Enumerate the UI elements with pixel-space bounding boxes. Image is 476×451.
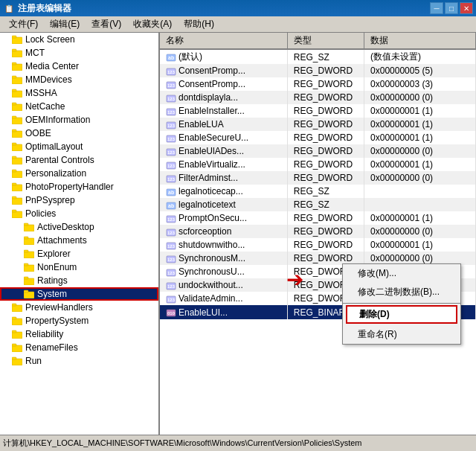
table-row[interactable]: 123ConsentPromp...REG_DWORD0x00000003 (3…	[160, 77, 476, 91]
table-row[interactable]: ablegalnoticetextREG_SZ	[160, 198, 476, 211]
context-menu-item[interactable]: 修改二进制数据(B)...	[343, 283, 460, 301]
tree-item[interactable]: OOBE	[0, 127, 158, 140]
cell-name: 123SynchronousU...	[160, 265, 287, 278]
table-row[interactable]: 123EnableInstaller...REG_DWORD0x00000001…	[160, 104, 476, 118]
folder-icon	[12, 74, 24, 85]
minimize-button[interactable]: ─	[430, 2, 443, 14]
menu-edit[interactable]: 编辑(E)	[44, 16, 86, 32]
table-row[interactable]: 123EnableLUAREG_DWORD0x00000001 (1)	[160, 118, 476, 131]
table-row[interactable]: ab(默认)REG_SZ(数值未设置)	[160, 49, 476, 64]
tree-item[interactable]: RenameFiles	[0, 341, 158, 354]
cell-data: 0x00000001 (1)	[364, 131, 476, 144]
folder-icon	[24, 222, 36, 232]
svg-text:123: 123	[167, 217, 176, 222]
table-row[interactable]: 123FilterAdminst...REG_DWORD0x00000000 (…	[160, 171, 476, 185]
maximize-button[interactable]: □	[445, 2, 458, 14]
tree-item[interactable]: PnPSysprep	[0, 193, 158, 207]
svg-rect-47	[12, 344, 16, 346]
close-button[interactable]: ✕	[460, 2, 473, 14]
tree-item[interactable]: Run	[0, 354, 158, 368]
cell-name: 123shutdownwitho...	[160, 238, 287, 252]
app-icon: 📋	[3, 2, 15, 14]
context-menu-delete[interactable]: 删除(D)	[346, 305, 457, 324]
table-row[interactable]: 123ConsentPromp...REG_DWORD0x00000005 (5…	[160, 64, 476, 77]
svg-text:123: 123	[167, 164, 176, 168]
svg-rect-40	[12, 305, 22, 312]
svg-rect-45	[12, 330, 16, 333]
tree-item-label: Lock Screen	[25, 34, 75, 45]
folder-icon	[24, 289, 36, 299]
menu-help[interactable]: 帮助(H)	[178, 16, 220, 32]
table-row[interactable]: 123EnableVirtualiz...REG_DWORD0x00000001…	[160, 158, 476, 171]
tree-item-label: PreviewHandlers	[25, 302, 93, 313]
tree-item[interactable]: Parental Controls	[0, 153, 158, 167]
context-menu-item[interactable]: 重命名(R)	[343, 325, 460, 344]
svg-rect-37	[24, 277, 28, 279]
table-row[interactable]: 123scforceoptionREG_DWORD0x00000000 (0)	[160, 225, 476, 238]
context-menu-item[interactable]: 修改(M)...	[343, 264, 460, 283]
cell-name: 123SynchronousM...	[160, 252, 287, 265]
cell-type: REG_DWORD	[287, 238, 364, 252]
tree-item[interactable]: OEMInformation	[0, 113, 158, 127]
menu-view[interactable]: 查看(V)	[86, 16, 127, 32]
folder-icon	[12, 34, 24, 45]
reg-dword-icon: 123	[166, 228, 176, 237]
svg-rect-5	[12, 63, 16, 65]
cell-type: REG_DWORD	[287, 211, 364, 225]
tree-panel[interactable]: Lock Screen MCT Media Center MMDevices M…	[0, 33, 160, 435]
svg-text:123: 123	[167, 298, 176, 302]
tree-item[interactable]: NonEnum	[0, 260, 158, 274]
tree-item[interactable]: Ratings	[0, 274, 158, 287]
folder-icon	[12, 356, 24, 366]
cell-type: REG_DWORD	[287, 158, 364, 171]
col-type: 类型	[287, 33, 364, 49]
svg-rect-14	[12, 131, 22, 138]
tree-item[interactable]: PropertySystem	[0, 314, 158, 327]
table-row[interactable]: 123dontdisplayla...REG_DWORD0x00000000 (…	[160, 91, 476, 104]
tree-item[interactable]: NetCache	[0, 100, 158, 113]
tree-item[interactable]: OptimalLayout	[0, 140, 158, 153]
cell-name: 123EnableSecureU...	[160, 131, 287, 144]
table-row[interactable]: 123EnableSecureU...REG_DWORD0x00000001 (…	[160, 131, 476, 144]
tree-item[interactable]: Attachments	[0, 234, 158, 247]
svg-rect-27	[12, 210, 16, 212]
table-row[interactable]: 123PromptOnSecu...REG_DWORD0x00000001 (1…	[160, 211, 476, 225]
table-row[interactable]: ablegalnoticecap...REG_SZ	[160, 185, 476, 198]
table-row[interactable]: 123EnableUlADes...REG_DWORD0x00000000 (0…	[160, 144, 476, 158]
tree-item[interactable]: PreviewHandlers	[0, 301, 158, 314]
reg-dword-icon: 123	[166, 241, 176, 250]
tree-item-label: NonEnum	[37, 262, 77, 272]
svg-rect-20	[12, 171, 22, 178]
menu-file[interactable]: 文件(F)	[3, 16, 44, 32]
reg-sz-icon: ab	[166, 53, 176, 62]
tree-item[interactable]: Lock Screen	[0, 33, 158, 46]
tree-item-label: OEMInformation	[25, 115, 90, 125]
cell-type: REG_DWORD	[287, 171, 364, 185]
reg-dword-icon: 123	[166, 107, 176, 116]
main-container: Lock Screen MCT Media Center MMDevices M…	[0, 33, 476, 435]
svg-rect-34	[24, 265, 34, 272]
svg-text:123: 123	[167, 177, 176, 182]
tree-item[interactable]: ActiveDesktop	[0, 220, 158, 234]
tree-item[interactable]: PhotoPropertyHandler	[0, 180, 158, 193]
tree-item[interactable]: Personalization	[0, 167, 158, 180]
tree-item[interactable]: MCT	[0, 46, 158, 60]
svg-rect-21	[12, 170, 16, 172]
tree-item[interactable]: Policies	[0, 207, 158, 220]
tree-item[interactable]: System	[0, 287, 158, 301]
tree-item[interactable]: Reliability	[0, 327, 158, 341]
tree-item[interactable]: MMDevices	[0, 73, 158, 86]
svg-rect-23	[12, 183, 16, 185]
table-row[interactable]: 123shutdownwitho...REG_DWORD0x00000001 (…	[160, 238, 476, 252]
folder-icon	[12, 88, 24, 98]
folder-icon	[12, 342, 24, 353]
tree-item[interactable]: Media Center	[0, 60, 158, 73]
svg-rect-17	[12, 143, 16, 145]
tree-item[interactable]: MSSHA	[0, 86, 158, 100]
tree-item-label: MMDevices	[25, 74, 72, 85]
tree-item[interactable]: Explorer	[0, 247, 158, 260]
svg-rect-31	[24, 237, 28, 239]
folder-icon	[24, 235, 36, 246]
reg-dword-icon: 123	[166, 134, 176, 143]
menu-favorites[interactable]: 收藏夹(A)	[127, 16, 178, 32]
